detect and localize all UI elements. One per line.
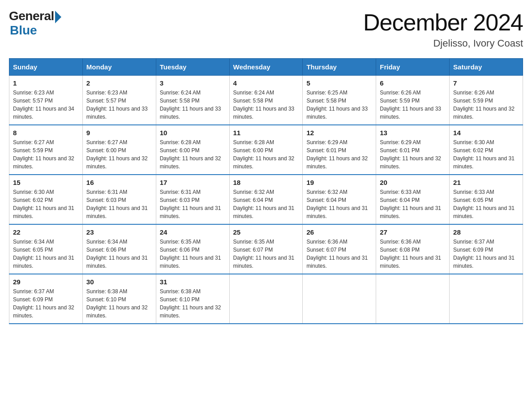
day-number: 31: [160, 278, 226, 286]
day-info: Sunrise: 6:35 AM Sunset: 6:06 PM Dayligh…: [160, 238, 226, 270]
day-number: 11: [233, 129, 299, 137]
day-number: 7: [453, 79, 519, 87]
day-info: Sunrise: 6:30 AM Sunset: 6:02 PM Dayligh…: [453, 138, 519, 171]
day-number: 17: [160, 179, 226, 186]
day-info: Sunrise: 6:31 AM Sunset: 6:03 PM Dayligh…: [86, 188, 152, 220]
table-row: [229, 274, 303, 324]
day-number: 3: [160, 79, 226, 87]
day-number: 14: [453, 129, 519, 137]
table-row: 1 Sunrise: 6:23 AM Sunset: 5:57 PM Dayli…: [9, 76, 83, 125]
day-number: 4: [233, 79, 299, 87]
calendar-week-row: 15 Sunrise: 6:30 AM Sunset: 6:02 PM Dayl…: [9, 175, 523, 224]
day-info: Sunrise: 6:36 AM Sunset: 6:08 PM Dayligh…: [380, 238, 446, 270]
day-number: 1: [13, 79, 79, 87]
table-row: 28 Sunrise: 6:37 AM Sunset: 6:09 PM Dayl…: [450, 224, 523, 274]
table-row: 11 Sunrise: 6:28 AM Sunset: 6:00 PM Dayl…: [229, 125, 303, 175]
day-info: Sunrise: 6:33 AM Sunset: 6:04 PM Dayligh…: [380, 188, 446, 220]
day-number: 13: [380, 129, 446, 137]
day-info: Sunrise: 6:34 AM Sunset: 6:06 PM Dayligh…: [86, 238, 152, 270]
day-info: Sunrise: 6:35 AM Sunset: 6:07 PM Dayligh…: [233, 238, 299, 270]
day-number: 12: [306, 129, 372, 137]
day-number: 26: [306, 228, 372, 236]
calendar-week-row: 1 Sunrise: 6:23 AM Sunset: 5:57 PM Dayli…: [9, 76, 523, 125]
table-row: 19 Sunrise: 6:32 AM Sunset: 6:04 PM Dayl…: [303, 175, 376, 224]
day-number: 20: [380, 179, 446, 186]
day-info: Sunrise: 6:28 AM Sunset: 6:00 PM Dayligh…: [233, 138, 299, 171]
table-row: 20 Sunrise: 6:33 AM Sunset: 6:04 PM Dayl…: [376, 175, 450, 224]
table-row: 29 Sunrise: 6:37 AM Sunset: 6:09 PM Dayl…: [9, 274, 83, 324]
title-block: December 2024 Djelisso, Ivory Coast: [363, 9, 523, 49]
calendar-week-row: 22 Sunrise: 6:34 AM Sunset: 6:05 PM Dayl…: [9, 224, 523, 274]
day-info: Sunrise: 6:37 AM Sunset: 6:09 PM Dayligh…: [453, 238, 519, 270]
table-row: [450, 274, 523, 324]
logo: General Blue: [9, 9, 61, 38]
day-info: Sunrise: 6:29 AM Sunset: 6:01 PM Dayligh…: [306, 138, 372, 171]
day-number: 2: [86, 79, 152, 87]
day-info: Sunrise: 6:31 AM Sunset: 6:03 PM Dayligh…: [160, 188, 226, 220]
header-sunday: Sunday: [9, 59, 83, 76]
table-row: [303, 274, 376, 324]
day-number: 10: [160, 129, 226, 137]
table-row: 18 Sunrise: 6:32 AM Sunset: 6:04 PM Dayl…: [229, 175, 303, 224]
day-number: 27: [380, 228, 446, 236]
day-info: Sunrise: 6:24 AM Sunset: 5:58 PM Dayligh…: [160, 89, 226, 121]
table-row: 21 Sunrise: 6:33 AM Sunset: 6:05 PM Dayl…: [450, 175, 523, 224]
table-row: 16 Sunrise: 6:31 AM Sunset: 6:03 PM Dayl…: [82, 175, 156, 224]
day-number: 30: [86, 278, 152, 286]
header-thursday: Thursday: [303, 59, 376, 76]
table-row: 14 Sunrise: 6:30 AM Sunset: 6:02 PM Dayl…: [450, 125, 523, 175]
day-info: Sunrise: 6:33 AM Sunset: 6:05 PM Dayligh…: [453, 188, 519, 220]
day-number: 28: [453, 228, 519, 236]
day-info: Sunrise: 6:38 AM Sunset: 6:10 PM Dayligh…: [160, 287, 226, 320]
day-number: 29: [13, 278, 79, 286]
day-info: Sunrise: 6:27 AM Sunset: 5:59 PM Dayligh…: [13, 138, 79, 171]
day-number: 22: [13, 228, 79, 236]
day-number: 8: [13, 129, 79, 137]
calendar-table: Sunday Monday Tuesday Wednesday Thursday…: [9, 58, 523, 324]
day-info: Sunrise: 6:26 AM Sunset: 5:59 PM Dayligh…: [380, 89, 446, 121]
day-number: 19: [306, 179, 372, 186]
day-number: 21: [453, 179, 519, 186]
day-info: Sunrise: 6:34 AM Sunset: 6:05 PM Dayligh…: [13, 238, 79, 270]
day-number: 16: [86, 179, 152, 186]
table-row: 9 Sunrise: 6:27 AM Sunset: 6:00 PM Dayli…: [82, 125, 156, 175]
table-row: 4 Sunrise: 6:24 AM Sunset: 5:58 PM Dayli…: [229, 76, 303, 125]
table-row: 5 Sunrise: 6:25 AM Sunset: 5:58 PM Dayli…: [303, 76, 376, 125]
day-number: 25: [233, 228, 299, 236]
day-info: Sunrise: 6:29 AM Sunset: 6:01 PM Dayligh…: [380, 138, 446, 171]
calendar-week-row: 8 Sunrise: 6:27 AM Sunset: 5:59 PM Dayli…: [9, 125, 523, 175]
calendar-header-row: Sunday Monday Tuesday Wednesday Thursday…: [9, 59, 523, 76]
day-info: Sunrise: 6:24 AM Sunset: 5:58 PM Dayligh…: [233, 89, 299, 121]
month-title: December 2024: [363, 9, 523, 36]
logo-blue: Blue: [10, 23, 37, 38]
table-row: 17 Sunrise: 6:31 AM Sunset: 6:03 PM Dayl…: [156, 175, 229, 224]
table-row: 13 Sunrise: 6:29 AM Sunset: 6:01 PM Dayl…: [376, 125, 450, 175]
table-row: 8 Sunrise: 6:27 AM Sunset: 5:59 PM Dayli…: [9, 125, 83, 175]
header-wednesday: Wednesday: [229, 59, 303, 76]
table-row: 22 Sunrise: 6:34 AM Sunset: 6:05 PM Dayl…: [9, 224, 83, 274]
day-info: Sunrise: 6:23 AM Sunset: 5:57 PM Dayligh…: [13, 89, 79, 121]
day-info: Sunrise: 6:32 AM Sunset: 6:04 PM Dayligh…: [306, 188, 372, 220]
table-row: 30 Sunrise: 6:38 AM Sunset: 6:10 PM Dayl…: [82, 274, 156, 324]
day-number: 5: [306, 79, 372, 87]
table-row: 31 Sunrise: 6:38 AM Sunset: 6:10 PM Dayl…: [156, 274, 229, 324]
day-number: 6: [380, 79, 446, 87]
header-monday: Monday: [82, 59, 156, 76]
table-row: 23 Sunrise: 6:34 AM Sunset: 6:06 PM Dayl…: [82, 224, 156, 274]
day-number: 9: [86, 129, 152, 137]
day-info: Sunrise: 6:38 AM Sunset: 6:10 PM Dayligh…: [86, 287, 152, 320]
day-info: Sunrise: 6:23 AM Sunset: 5:57 PM Dayligh…: [86, 89, 152, 121]
page-header: General Blue December 2024 Djelisso, Ivo…: [9, 9, 523, 49]
header-saturday: Saturday: [450, 59, 523, 76]
table-row: 26 Sunrise: 6:36 AM Sunset: 6:07 PM Dayl…: [303, 224, 376, 274]
day-info: Sunrise: 6:36 AM Sunset: 6:07 PM Dayligh…: [306, 238, 372, 270]
table-row: 3 Sunrise: 6:24 AM Sunset: 5:58 PM Dayli…: [156, 76, 229, 125]
table-row: 27 Sunrise: 6:36 AM Sunset: 6:08 PM Dayl…: [376, 224, 450, 274]
day-info: Sunrise: 6:32 AM Sunset: 6:04 PM Dayligh…: [233, 188, 299, 220]
day-info: Sunrise: 6:28 AM Sunset: 6:00 PM Dayligh…: [160, 138, 226, 171]
header-tuesday: Tuesday: [156, 59, 229, 76]
day-info: Sunrise: 6:27 AM Sunset: 6:00 PM Dayligh…: [86, 138, 152, 171]
logo-general: General: [9, 9, 54, 23]
table-row: 12 Sunrise: 6:29 AM Sunset: 6:01 PM Dayl…: [303, 125, 376, 175]
table-row: 15 Sunrise: 6:30 AM Sunset: 6:02 PM Dayl…: [9, 175, 83, 224]
